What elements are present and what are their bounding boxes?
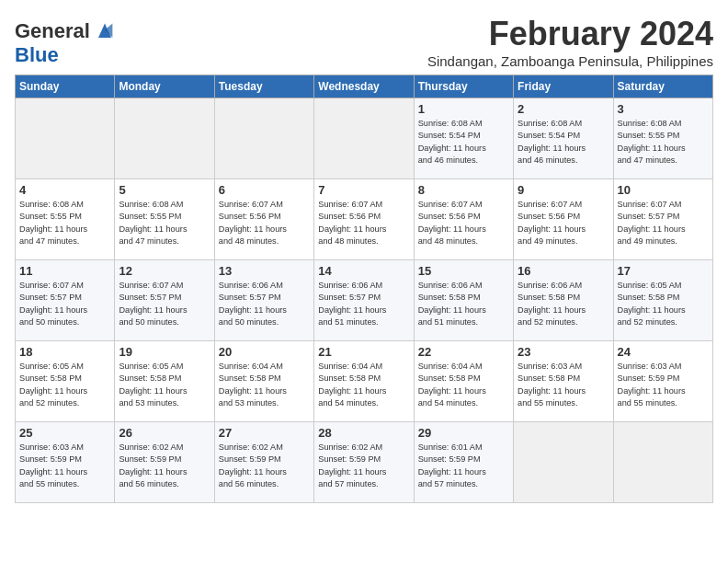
- column-header-tuesday: Tuesday: [214, 75, 313, 98]
- calendar-cell: 6Sunrise: 6:07 AM Sunset: 5:56 PM Daylig…: [214, 179, 313, 260]
- day-info: Sunrise: 6:07 AM Sunset: 5:57 PM Dayligh…: [618, 199, 709, 247]
- day-number: 29: [418, 426, 509, 440]
- calendar-cell: 11Sunrise: 6:07 AM Sunset: 5:57 PM Dayli…: [16, 260, 115, 341]
- column-header-monday: Monday: [115, 75, 214, 98]
- column-header-thursday: Thursday: [414, 75, 513, 98]
- day-number: 1: [418, 102, 509, 116]
- logo-icon: [92, 18, 118, 44]
- day-number: 3: [618, 102, 709, 116]
- day-number: 6: [219, 183, 310, 197]
- day-number: 4: [19, 183, 110, 197]
- day-number: 13: [219, 264, 310, 278]
- calendar-cell: 24Sunrise: 6:03 AM Sunset: 5:59 PM Dayli…: [613, 341, 712, 422]
- day-number: 27: [219, 426, 310, 440]
- logo: General Blue: [15, 18, 118, 66]
- calendar-cell: 9Sunrise: 6:07 AM Sunset: 5:56 PM Daylig…: [514, 179, 613, 260]
- day-number: 24: [618, 345, 709, 359]
- calendar-week-row: 18Sunrise: 6:05 AM Sunset: 5:58 PM Dayli…: [16, 341, 713, 422]
- day-info: Sunrise: 6:02 AM Sunset: 5:59 PM Dayligh…: [119, 442, 210, 490]
- calendar-week-row: 1Sunrise: 6:08 AM Sunset: 5:54 PM Daylig…: [16, 98, 713, 179]
- calendar-cell: 27Sunrise: 6:02 AM Sunset: 5:59 PM Dayli…: [214, 422, 313, 503]
- day-number: 2: [518, 102, 609, 116]
- calendar-cell: 20Sunrise: 6:04 AM Sunset: 5:58 PM Dayli…: [214, 341, 313, 422]
- day-info: Sunrise: 6:04 AM Sunset: 5:58 PM Dayligh…: [318, 361, 409, 409]
- calendar-cell: 14Sunrise: 6:06 AM Sunset: 5:57 PM Dayli…: [314, 260, 414, 341]
- day-number: 11: [19, 264, 110, 278]
- calendar-table: SundayMondayTuesdayWednesdayThursdayFrid…: [15, 75, 713, 503]
- calendar-cell: 10Sunrise: 6:07 AM Sunset: 5:57 PM Dayli…: [613, 179, 712, 260]
- day-number: 14: [318, 264, 409, 278]
- calendar-cell: 1Sunrise: 6:08 AM Sunset: 5:54 PM Daylig…: [414, 98, 513, 179]
- calendar-week-row: 4Sunrise: 6:08 AM Sunset: 5:55 PM Daylig…: [16, 179, 713, 260]
- day-info: Sunrise: 6:05 AM Sunset: 5:58 PM Dayligh…: [19, 361, 110, 409]
- calendar-cell: 28Sunrise: 6:02 AM Sunset: 5:59 PM Dayli…: [314, 422, 414, 503]
- day-number: 12: [119, 264, 210, 278]
- calendar-cell: 5Sunrise: 6:08 AM Sunset: 5:55 PM Daylig…: [115, 179, 214, 260]
- day-number: 19: [119, 345, 210, 359]
- day-number: 15: [418, 264, 509, 278]
- day-number: 8: [418, 183, 509, 197]
- day-info: Sunrise: 6:05 AM Sunset: 5:58 PM Dayligh…: [618, 280, 709, 328]
- subtitle: Sindangan, Zamboanga Peninsula, Philippi…: [427, 53, 713, 69]
- calendar-cell: 3Sunrise: 6:08 AM Sunset: 5:55 PM Daylig…: [613, 98, 712, 179]
- calendar-cell: 4Sunrise: 6:08 AM Sunset: 5:55 PM Daylig…: [16, 179, 115, 260]
- calendar-cell: [514, 422, 613, 503]
- day-number: 21: [318, 345, 409, 359]
- calendar-cell: 23Sunrise: 6:03 AM Sunset: 5:58 PM Dayli…: [514, 341, 613, 422]
- day-info: Sunrise: 6:08 AM Sunset: 5:54 PM Dayligh…: [518, 118, 609, 167]
- column-header-friday: Friday: [514, 75, 613, 98]
- calendar-cell: 8Sunrise: 6:07 AM Sunset: 5:56 PM Daylig…: [414, 179, 513, 260]
- calendar-cell: 7Sunrise: 6:07 AM Sunset: 5:56 PM Daylig…: [314, 179, 414, 260]
- day-info: Sunrise: 6:04 AM Sunset: 5:58 PM Dayligh…: [219, 361, 310, 409]
- day-info: Sunrise: 6:04 AM Sunset: 5:58 PM Dayligh…: [418, 361, 509, 409]
- day-number: 26: [119, 426, 210, 440]
- day-info: Sunrise: 6:08 AM Sunset: 5:55 PM Dayligh…: [19, 199, 110, 247]
- calendar-cell: 13Sunrise: 6:06 AM Sunset: 5:57 PM Dayli…: [214, 260, 313, 341]
- calendar-cell: 26Sunrise: 6:02 AM Sunset: 5:59 PM Dayli…: [115, 422, 214, 503]
- day-number: 5: [119, 183, 210, 197]
- day-number: 25: [19, 426, 110, 440]
- day-number: 20: [219, 345, 310, 359]
- calendar-cell: 19Sunrise: 6:05 AM Sunset: 5:58 PM Dayli…: [115, 341, 214, 422]
- calendar-cell: [613, 422, 712, 503]
- day-info: Sunrise: 6:03 AM Sunset: 5:59 PM Dayligh…: [618, 361, 709, 409]
- calendar-cell: [314, 98, 414, 179]
- day-number: 10: [618, 183, 709, 197]
- day-info: Sunrise: 6:03 AM Sunset: 5:58 PM Dayligh…: [518, 361, 609, 409]
- day-number: 7: [318, 183, 409, 197]
- calendar-cell: 29Sunrise: 6:01 AM Sunset: 5:59 PM Dayli…: [414, 422, 513, 503]
- day-info: Sunrise: 6:06 AM Sunset: 5:58 PM Dayligh…: [418, 280, 509, 328]
- logo-general: General: [15, 20, 90, 42]
- calendar-cell: 25Sunrise: 6:03 AM Sunset: 5:59 PM Dayli…: [16, 422, 115, 503]
- calendar-cell: 15Sunrise: 6:06 AM Sunset: 5:58 PM Dayli…: [414, 260, 513, 341]
- day-info: Sunrise: 6:03 AM Sunset: 5:59 PM Dayligh…: [19, 442, 110, 490]
- day-info: Sunrise: 6:01 AM Sunset: 5:59 PM Dayligh…: [418, 442, 509, 490]
- calendar-cell: 21Sunrise: 6:04 AM Sunset: 5:58 PM Dayli…: [314, 341, 414, 422]
- calendar-cell: [214, 98, 313, 179]
- day-info: Sunrise: 6:07 AM Sunset: 5:57 PM Dayligh…: [119, 280, 210, 328]
- calendar-cell: 12Sunrise: 6:07 AM Sunset: 5:57 PM Dayli…: [115, 260, 214, 341]
- day-info: Sunrise: 6:08 AM Sunset: 5:55 PM Dayligh…: [119, 199, 210, 247]
- calendar-header-row: SundayMondayTuesdayWednesdayThursdayFrid…: [16, 75, 713, 98]
- day-info: Sunrise: 6:05 AM Sunset: 5:58 PM Dayligh…: [119, 361, 210, 409]
- day-info: Sunrise: 6:06 AM Sunset: 5:57 PM Dayligh…: [318, 280, 409, 328]
- title-area: February 2024 Sindangan, Zamboanga Penin…: [427, 15, 713, 69]
- calendar-week-row: 11Sunrise: 6:07 AM Sunset: 5:57 PM Dayli…: [16, 260, 713, 341]
- calendar-cell: 18Sunrise: 6:05 AM Sunset: 5:58 PM Dayli…: [16, 341, 115, 422]
- day-number: 23: [518, 345, 609, 359]
- column-header-saturday: Saturday: [613, 75, 712, 98]
- day-info: Sunrise: 6:07 AM Sunset: 5:56 PM Dayligh…: [518, 199, 609, 247]
- calendar-cell: 22Sunrise: 6:04 AM Sunset: 5:58 PM Dayli…: [414, 341, 513, 422]
- calendar-cell: 17Sunrise: 6:05 AM Sunset: 5:58 PM Dayli…: [613, 260, 712, 341]
- day-info: Sunrise: 6:08 AM Sunset: 5:54 PM Dayligh…: [418, 118, 509, 167]
- day-info: Sunrise: 6:07 AM Sunset: 5:56 PM Dayligh…: [418, 199, 509, 247]
- calendar-cell: [115, 98, 214, 179]
- day-number: 28: [318, 426, 409, 440]
- day-info: Sunrise: 6:07 AM Sunset: 5:56 PM Dayligh…: [219, 199, 310, 247]
- day-info: Sunrise: 6:06 AM Sunset: 5:58 PM Dayligh…: [518, 280, 609, 328]
- day-info: Sunrise: 6:02 AM Sunset: 5:59 PM Dayligh…: [318, 442, 409, 490]
- day-info: Sunrise: 6:06 AM Sunset: 5:57 PM Dayligh…: [219, 280, 310, 328]
- calendar-cell: 2Sunrise: 6:08 AM Sunset: 5:54 PM Daylig…: [514, 98, 613, 179]
- header: General Blue February 2024 Sindangan, Za…: [15, 15, 713, 69]
- calendar-week-row: 25Sunrise: 6:03 AM Sunset: 5:59 PM Dayli…: [16, 422, 713, 503]
